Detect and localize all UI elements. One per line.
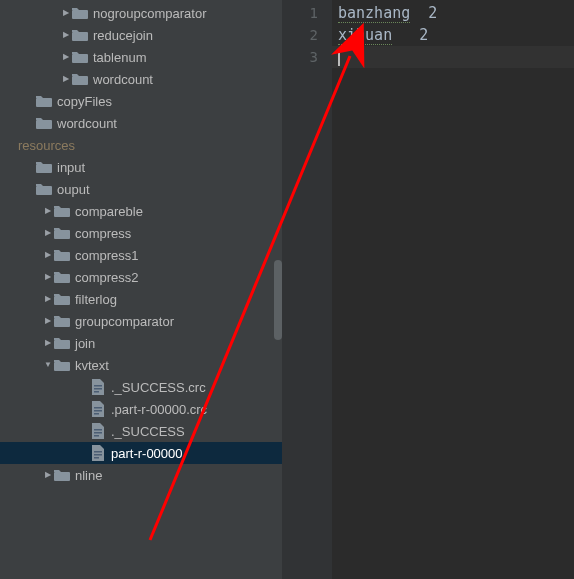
tree-item-label: wordcount (93, 72, 153, 87)
svg-rect-17 (94, 388, 102, 390)
svg-rect-5 (36, 120, 52, 129)
tree-item--SUCCESS[interactable]: ▶._SUCCESS (0, 420, 282, 442)
project-tree[interactable]: ▶nogroupcomparator▶reducejoin▶tablenum▶w… (0, 0, 282, 579)
svg-rect-21 (94, 413, 99, 415)
chevron-right-icon[interactable]: ▶ (42, 337, 54, 349)
chevron-right-icon[interactable]: ▶ (42, 469, 54, 481)
tree-item--part-r-00000-crc[interactable]: ▶.part-r-00000.crc (0, 398, 282, 420)
svg-rect-10 (54, 252, 70, 261)
chevron-down-icon[interactable]: ▼ (42, 359, 54, 371)
svg-rect-26 (94, 454, 102, 456)
chevron-right-icon[interactable]: ▶ (42, 271, 54, 283)
folder-icon (54, 203, 70, 219)
tree-item-label: nline (75, 468, 102, 483)
folder-icon (72, 27, 88, 43)
svg-rect-28 (54, 472, 70, 481)
tree-item-label: part-r-00000 (111, 446, 183, 461)
tree-item-label: groupcomparator (75, 314, 174, 329)
tree-item-label: kvtext (75, 358, 109, 373)
folder-icon (36, 181, 52, 197)
tree-item-label: input (57, 160, 85, 175)
svg-rect-27 (94, 457, 99, 459)
folder-icon (36, 93, 52, 109)
tree-item-reducejoin[interactable]: ▶reducejoin (0, 24, 282, 46)
folder-icon (54, 357, 70, 373)
chevron-right-icon[interactable]: ▶ (60, 29, 72, 41)
tree-item-compareble[interactable]: ▶compareble (0, 200, 282, 222)
chevron-right-icon[interactable]: ▶ (42, 205, 54, 217)
tree-item-input[interactable]: ▶input (0, 156, 282, 178)
tree-item-copyFiles[interactable]: ▶copyFiles (0, 90, 282, 112)
tree-scrollbar[interactable] (274, 260, 282, 340)
tree-item-label: reducejoin (93, 28, 153, 43)
tree-item-compress2[interactable]: ▶compress2 (0, 266, 282, 288)
tree-item-tablenum[interactable]: ▶tablenum (0, 46, 282, 68)
svg-rect-18 (94, 391, 99, 393)
tree-item-wordcount[interactable]: ▶wordcount (0, 68, 282, 90)
tree-item-ouput[interactable]: ▶ouput (0, 178, 282, 200)
svg-rect-11 (54, 274, 70, 283)
folder-icon (54, 247, 70, 263)
tree-item-label: wordcount (57, 116, 117, 131)
tree-item-resources[interactable]: ▶resources (0, 134, 282, 156)
folder-icon (54, 225, 70, 241)
chevron-right-icon[interactable]: ▶ (60, 51, 72, 63)
tree-item-part-r-00000[interactable]: ▶part-r-00000 (0, 442, 282, 464)
svg-rect-1 (72, 32, 88, 41)
tree-item-compress[interactable]: ▶compress (0, 222, 282, 244)
svg-rect-0 (72, 10, 88, 19)
svg-rect-6 (36, 164, 52, 173)
folder-icon (54, 291, 70, 307)
gutter-line-number: 3 (282, 46, 318, 68)
svg-rect-9 (54, 230, 70, 239)
tree-item-nogroupcomparator[interactable]: ▶nogroupcomparator (0, 2, 282, 24)
code-line: banzhang 2 (338, 2, 574, 24)
tree-item-label: .part-r-00000.crc (111, 402, 207, 417)
svg-rect-13 (54, 318, 70, 327)
file-icon (90, 423, 106, 439)
chevron-right-icon[interactable]: ▶ (60, 73, 72, 85)
svg-rect-19 (94, 407, 102, 409)
tree-item-filterlog[interactable]: ▶filterlog (0, 288, 282, 310)
folder-icon (54, 313, 70, 329)
svg-rect-23 (94, 432, 102, 434)
tree-item-compress1[interactable]: ▶compress1 (0, 244, 282, 266)
code-word: banzhang (338, 4, 410, 23)
svg-rect-8 (54, 208, 70, 217)
tree-item-label: ._SUCCESS.crc (111, 380, 206, 395)
tree-item--SUCCESS-crc[interactable]: ▶._SUCCESS.crc (0, 376, 282, 398)
editor-code[interactable]: banzhang 2xihuan 2 (332, 0, 574, 579)
svg-rect-14 (54, 340, 70, 349)
folder-icon (36, 115, 52, 131)
tree-item-nline[interactable]: ▶nline (0, 464, 282, 486)
chevron-right-icon[interactable]: ▶ (42, 293, 54, 305)
chevron-right-icon[interactable]: ▶ (42, 315, 54, 327)
tree-item-label: ._SUCCESS (111, 424, 185, 439)
chevron-right-icon[interactable]: ▶ (42, 249, 54, 261)
code-word: xihuan (338, 26, 392, 45)
folder-icon (36, 159, 52, 175)
svg-rect-20 (94, 410, 102, 412)
file-icon (90, 379, 106, 395)
chevron-right-icon[interactable]: ▶ (42, 227, 54, 239)
gutter-line-number: 1 (282, 2, 318, 24)
svg-rect-2 (72, 54, 88, 63)
file-icon (90, 401, 106, 417)
svg-rect-12 (54, 296, 70, 305)
tree-item-label: join (75, 336, 95, 351)
folder-icon (72, 49, 88, 65)
tree-item-label: compress1 (75, 248, 139, 263)
code-line: xihuan 2 (338, 24, 574, 46)
tree-item-join[interactable]: ▶join (0, 332, 282, 354)
svg-rect-3 (72, 76, 88, 85)
tree-item-kvtext[interactable]: ▼kvtext (0, 354, 282, 376)
tree-item-wordcount[interactable]: ▶wordcount (0, 112, 282, 134)
folder-icon (72, 71, 88, 87)
svg-rect-4 (36, 98, 52, 107)
chevron-right-icon[interactable]: ▶ (60, 7, 72, 19)
editor-gutter: 123 (282, 0, 332, 579)
tree-item-label: resources (18, 138, 75, 153)
tree-item-groupcomparator[interactable]: ▶groupcomparator (0, 310, 282, 332)
tree-item-label: compress (75, 226, 131, 241)
svg-rect-7 (36, 186, 52, 195)
